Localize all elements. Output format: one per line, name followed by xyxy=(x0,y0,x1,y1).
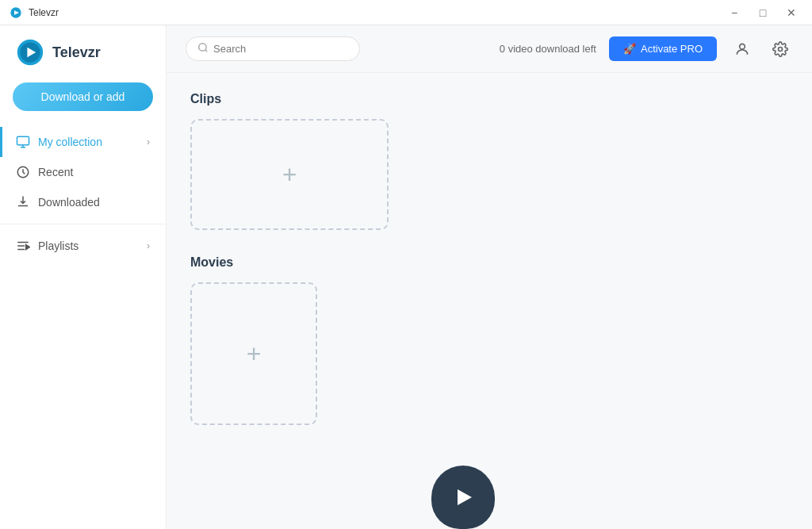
movies-section: Movies + xyxy=(190,255,788,425)
add-clip-card[interactable]: + xyxy=(190,119,389,230)
activate-pro-label: Activate PRO xyxy=(641,43,703,55)
logo-text: Televzr xyxy=(52,44,101,61)
clips-section: Clips + xyxy=(190,92,788,230)
sidebar-item-downloaded[interactable]: Downloaded xyxy=(0,187,166,217)
sidebar-label-downloaded: Downloaded xyxy=(38,196,150,209)
download-or-add-button[interactable]: Download or add xyxy=(13,82,153,111)
sidebar-label-recent: Recent xyxy=(38,166,150,178)
sidebar-item-playlists[interactable]: Playlists › xyxy=(0,231,166,261)
chevron-down-icon: › xyxy=(147,136,150,148)
search-icon xyxy=(197,42,209,56)
playlists-icon xyxy=(16,239,30,253)
close-button[interactable]: ✕ xyxy=(780,5,802,21)
sidebar-navigation: My collection › Recent xyxy=(0,127,166,516)
download-status-text: 0 video download left xyxy=(500,43,596,55)
svg-marker-12 xyxy=(26,245,30,250)
main-scroll-area[interactable]: Clips + Movies + xyxy=(167,73,812,529)
rocket-icon: 🚀 xyxy=(623,43,636,55)
sidebar: Televzr Download or add My collection › xyxy=(0,25,167,529)
activate-pro-button[interactable]: 🚀 Activate PRO xyxy=(609,36,717,61)
add-movie-card[interactable]: + xyxy=(190,282,317,425)
sidebar-label-my-collection: My collection xyxy=(38,136,147,148)
title-bar-text: Televzr xyxy=(29,7,723,18)
collection-icon xyxy=(16,135,30,149)
main-content: 0 video download left 🚀 Activate PRO xyxy=(167,25,812,529)
window-controls: − □ ✕ xyxy=(723,5,802,21)
svg-point-15 xyxy=(740,44,745,49)
logo-icon xyxy=(16,38,44,67)
minimize-button[interactable]: − xyxy=(723,5,745,21)
clips-section-title: Clips xyxy=(190,92,788,106)
download-icon xyxy=(16,195,30,209)
sidebar-divider xyxy=(0,224,166,224)
recent-icon xyxy=(16,165,30,179)
main-header: 0 video download left 🚀 Activate PRO xyxy=(167,25,812,73)
search-input[interactable] xyxy=(213,43,348,55)
sidebar-logo: Televzr xyxy=(0,38,166,82)
svg-rect-5 xyxy=(17,136,29,145)
sidebar-item-my-collection[interactable]: My collection › xyxy=(0,127,166,157)
app-container: Televzr Download or add My collection › xyxy=(0,25,812,529)
svg-point-13 xyxy=(199,44,206,51)
app-logo-small xyxy=(10,6,22,19)
maximize-button[interactable]: □ xyxy=(752,5,774,21)
sidebar-label-playlists: Playlists xyxy=(38,240,147,252)
settings-button[interactable] xyxy=(768,36,793,62)
movies-section-title: Movies xyxy=(190,255,788,270)
add-movie-plus-icon: + xyxy=(247,339,262,369)
account-button[interactable] xyxy=(730,36,755,62)
playlists-chevron-icon: › xyxy=(147,240,150,251)
sidebar-item-recent[interactable]: Recent xyxy=(0,157,166,187)
svg-line-14 xyxy=(205,50,208,52)
search-box[interactable] xyxy=(186,36,360,61)
title-bar: Televzr − □ ✕ xyxy=(0,0,812,25)
header-actions xyxy=(730,36,793,62)
svg-point-16 xyxy=(779,47,783,51)
add-clip-plus-icon: + xyxy=(282,160,297,190)
